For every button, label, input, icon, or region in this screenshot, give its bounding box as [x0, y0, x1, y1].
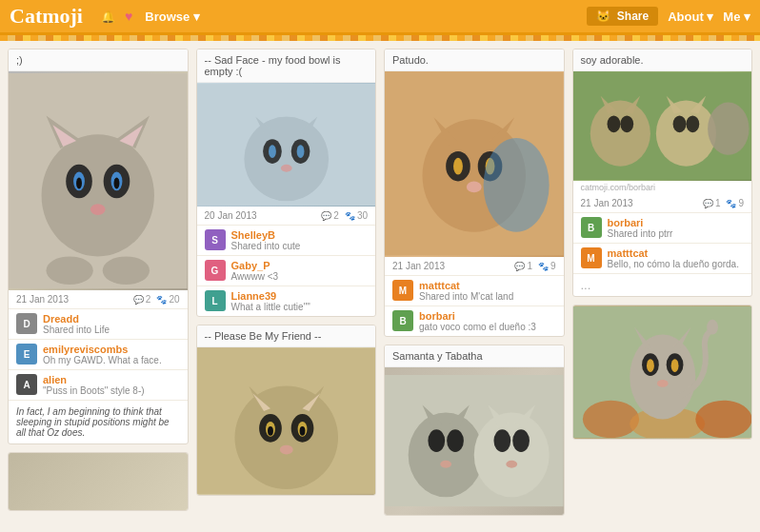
svg-point-6 [76, 177, 82, 188]
username-emily[interactable]: emilyreviscombs [43, 344, 180, 355]
like-count-1: 🐾 20 [156, 294, 179, 305]
comment-sub-matttcat-3: Shared into M'cat land [419, 291, 556, 302]
svg-point-46 [484, 138, 550, 232]
avatar-matttcat-4: M [581, 247, 602, 268]
counts-3: 💬 1 🐾 9 [514, 261, 555, 271]
svg-point-73 [582, 401, 638, 438]
svg-point-19 [269, 145, 276, 158]
comment-1-2: E emilyreviscombs Oh my GAWD. What a fac… [9, 339, 188, 369]
svg-point-81 [656, 380, 668, 387]
username-borbari-4[interactable]: borbari [608, 217, 745, 228]
share-button[interactable]: 🐱 Share [587, 7, 658, 26]
comment-4-2: M matttcat Bello, no cómo la dueño gorda… [573, 243, 752, 273]
main-content: ;) [0, 41, 760, 523]
svg-point-14 [103, 256, 150, 285]
svg-point-43 [467, 182, 482, 193]
comment-sub-borbari-4: Shared into ptrr [608, 228, 745, 239]
cat-svg-4 [573, 72, 752, 180]
comment-sub-borbari-3: gato voco como el dueño :3 [419, 322, 556, 332]
username-dreadd[interactable]: Dreadd [43, 313, 180, 325]
card-title-1: ;) [9, 49, 188, 71]
svg-point-67 [672, 115, 686, 132]
svg-point-25 [234, 385, 338, 489]
cat-image-3b [385, 367, 564, 515]
card-title-4: soy adorable. [573, 49, 752, 71]
comment-sub-gaby: Awwww <3 [231, 271, 369, 282]
comment-1-3: A alien "Puss in Boots" style 8-) [9, 369, 188, 400]
logo: Catmoji [10, 4, 83, 29]
svg-point-55 [493, 430, 510, 453]
avatar-borbari-4: B [581, 217, 602, 238]
card-patudo: Patudo. 21 Jan 2013 [384, 49, 565, 337]
username-alien[interactable]: alien [43, 374, 180, 385]
browse-nav[interactable]: Browse ▾ [145, 10, 200, 24]
cat-svg-3b [385, 375, 564, 506]
comment-3-1: M matttcat Shared into M'cat land [385, 275, 564, 305]
avatar-dreadd: D [16, 313, 37, 334]
svg-point-50 [447, 430, 464, 453]
svg-point-32 [279, 445, 292, 455]
like-count-2: 🐾 30 [345, 210, 368, 221]
username-borbari-3[interactable]: borbari [419, 310, 556, 322]
card-4-bottom [572, 305, 753, 440]
me-nav[interactable]: Me ▾ [723, 10, 750, 24]
favorites-icon[interactable] [125, 9, 132, 24]
column-3: Patudo. 21 Jan 2013 [384, 49, 565, 516]
svg-point-57 [506, 461, 517, 468]
card-please-friend: -- Please Be My Friend -- [196, 325, 377, 496]
avatar-shelley: S [205, 229, 226, 250]
paw-icon-2: 🐾 [345, 211, 355, 221]
svg-point-75 [695, 401, 751, 438]
username-lianne[interactable]: Lianne39 [231, 290, 369, 302]
comment-icon-3: 💬 [514, 262, 525, 271]
avatar-matttcat: M [392, 280, 413, 301]
cat-svg-1 [9, 73, 188, 289]
avatar-borbari-3: B [392, 310, 413, 331]
avatar-alien: A [16, 374, 37, 395]
svg-point-48 [409, 413, 484, 498]
svg-point-61 [590, 100, 650, 166]
card-sad-face: -- Sad Face - my food bowl is empty :( 2… [196, 49, 377, 317]
svg-point-68 [686, 115, 699, 132]
comment-icon-4: 💬 [703, 199, 713, 208]
comment-sub-matttcat-4: Bello, no cómo la dueño gorda. [608, 259, 745, 269]
comment-1-1: D Dreadd Shared into Life [9, 308, 188, 339]
share-icon: 🐱 [596, 10, 610, 23]
notification-icon[interactable] [101, 9, 115, 24]
comment-icon-1: 💬 [133, 295, 144, 305]
comment-icon-2: 💬 [321, 211, 331, 221]
svg-point-71 [708, 102, 749, 154]
username-matttcat-3[interactable]: matttcat [419, 280, 556, 291]
svg-point-80 [670, 359, 678, 372]
about-nav[interactable]: About ▾ [668, 10, 713, 24]
svg-point-76 [630, 335, 695, 420]
avatar-gaby: G [205, 260, 226, 281]
comment-sub-dreadd: Shared into Life [43, 325, 180, 335]
comment-2-2: G Gaby_P Awwww <3 [197, 255, 376, 286]
like-count-3: 🐾 9 [538, 261, 556, 271]
card-title-3b: Samanta y Tabatha [385, 345, 564, 367]
card-adorable: soy adorable. catmo [572, 49, 753, 297]
svg-point-62 [607, 115, 620, 132]
svg-point-41 [453, 158, 463, 175]
avatar-emily: E [16, 344, 37, 365]
comment-4-1: B borbari Shared into ptrr [573, 212, 752, 243]
card-title-2: -- Sad Face - my food bowl is empty :( [197, 49, 376, 83]
dots-indicator: ... [573, 273, 752, 296]
header: Catmoji Browse ▾ 🐱 Share About ▾ Me ▾ [0, 0, 760, 35]
username-shelley[interactable]: ShelleyB [231, 229, 369, 241]
paw-icon-1: 🐾 [156, 295, 167, 305]
column-1: ;) [8, 49, 189, 516]
cat-image-2b [197, 347, 376, 495]
comment-2-3: L Lianne39 What a little cutie"" [197, 286, 376, 316]
comment-2-1: S ShelleyB Shared into cute [197, 225, 376, 255]
date-1: 21 Jan 2013 [16, 294, 69, 305]
date-4: 21 Jan 2013 [581, 198, 633, 208]
comment-sub-emily: Oh my GAWD. What a face. [43, 355, 180, 365]
username-gaby[interactable]: Gaby_P [231, 260, 369, 271]
comment-count-1: 💬 2 [133, 294, 151, 305]
text-block-1: In fact, I am beginning to think that sl… [9, 400, 188, 443]
username-matttcat-4[interactable]: matttcat [608, 247, 745, 259]
column-4: soy adorable. catmo [572, 49, 753, 516]
meta-row-3: 21 Jan 2013 💬 1 🐾 9 [385, 257, 564, 275]
